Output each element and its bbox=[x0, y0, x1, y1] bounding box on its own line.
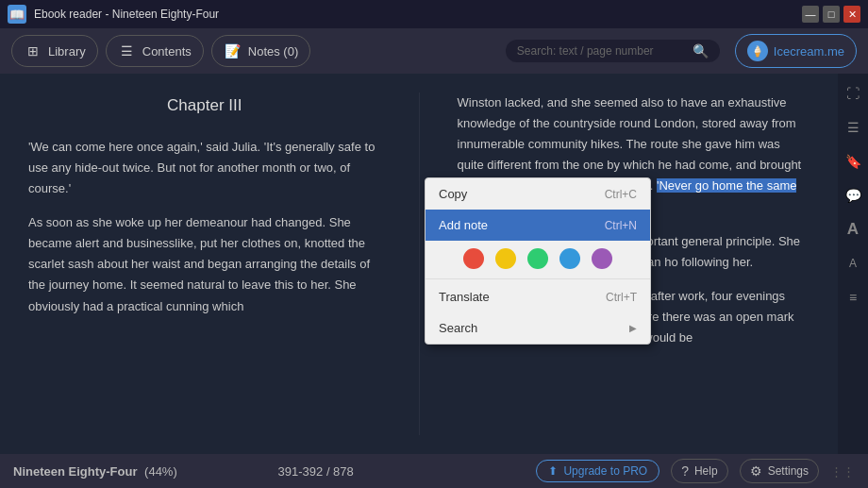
ctx-search-label: Search bbox=[439, 321, 477, 335]
context-menu: Copy Ctrl+C Add note Ctrl+N Translate Ct… bbox=[425, 177, 651, 345]
color-row bbox=[426, 241, 650, 277]
ctx-copy[interactable]: Copy Ctrl+C bbox=[426, 178, 650, 210]
sidebar-icons: ⛶ ☰ 🔖 💬 A A ≡ bbox=[838, 74, 868, 454]
book-percentage: (44%) bbox=[144, 464, 177, 479]
library-label: Library bbox=[48, 44, 86, 59]
search-input[interactable] bbox=[517, 44, 687, 58]
ctx-add-note-label: Add note bbox=[439, 218, 488, 232]
color-yellow[interactable] bbox=[495, 248, 516, 269]
font-big-icon[interactable]: A bbox=[843, 219, 863, 240]
ctx-add-note-shortcut: Ctrl+N bbox=[605, 219, 637, 232]
page-numbers: 391-392 / 878 bbox=[278, 464, 354, 479]
minimize-button[interactable]: — bbox=[802, 6, 819, 23]
ctx-copy-shortcut: Ctrl+C bbox=[605, 188, 637, 201]
color-green[interactable] bbox=[527, 248, 548, 269]
ctx-search[interactable]: Search ▶ bbox=[426, 312, 650, 344]
ctx-add-note[interactable]: Add note Ctrl+N bbox=[426, 210, 650, 241]
window-title: Ebook reader - Nineteen Eighty-Four bbox=[34, 8, 219, 21]
window-controls: — □ ✕ bbox=[802, 6, 860, 23]
resize-handle: ⋮⋮ bbox=[830, 464, 855, 479]
settings-label: Settings bbox=[768, 464, 809, 478]
page-divider bbox=[419, 93, 420, 435]
notes-icon: 📝 bbox=[224, 42, 242, 60]
book-title-text: Nineteen Eighty-Four bbox=[13, 464, 137, 479]
close-button[interactable]: ✕ bbox=[843, 6, 860, 23]
notes-button[interactable]: 📝 Notes (0) bbox=[211, 35, 310, 67]
color-red[interactable] bbox=[463, 248, 484, 269]
ctx-translate[interactable]: Translate Ctrl+T bbox=[426, 281, 650, 312]
upgrade-label: Upgrade to PRO bbox=[563, 464, 647, 478]
comment-icon[interactable]: 💬 bbox=[843, 185, 863, 206]
ctx-translate-label: Translate bbox=[439, 290, 490, 304]
icecream-button[interactable]: 🍦 Icecream.me bbox=[735, 34, 857, 68]
upgrade-button[interactable]: ⬆ Upgrade to PRO bbox=[536, 460, 659, 482]
help-button[interactable]: ? Help bbox=[671, 459, 727, 483]
contents-button[interactable]: ☰ Contents bbox=[106, 35, 204, 67]
help-label: Help bbox=[694, 464, 718, 478]
book-title: Nineteen Eighty-Four (44%) bbox=[13, 464, 177, 479]
upgrade-icon: ⬆ bbox=[548, 464, 558, 478]
help-icon: ? bbox=[681, 463, 689, 479]
icecream-label: Icecream.me bbox=[774, 44, 844, 59]
app-icon: 📖 bbox=[8, 5, 26, 24]
library-icon: ⊞ bbox=[24, 42, 42, 60]
bookmark-icon[interactable]: 🔖 bbox=[843, 151, 863, 172]
status-bar: Nineteen Eighty-Four (44%) 391-392 / 878… bbox=[0, 454, 868, 488]
chapter-title: Chapter III bbox=[28, 93, 381, 120]
font-small-icon[interactable]: A bbox=[843, 253, 863, 274]
ctx-copy-label: Copy bbox=[439, 187, 467, 201]
notes-label: Notes (0) bbox=[248, 44, 298, 59]
fullscreen-icon[interactable]: ⛶ bbox=[843, 83, 863, 104]
more-icon[interactable]: ≡ bbox=[843, 287, 863, 308]
ctx-search-arrow: ▶ bbox=[629, 323, 637, 333]
settings-icon: ⚙ bbox=[750, 463, 762, 479]
search-bar: 🔍 bbox=[506, 40, 720, 62]
contents-label: Contents bbox=[142, 44, 192, 59]
ctx-translate-shortcut: Ctrl+T bbox=[606, 291, 637, 304]
main-area: Chapter III 'We can come here once again… bbox=[0, 74, 868, 454]
icecream-logo: 🍦 bbox=[747, 41, 768, 61]
maximize-button[interactable]: □ bbox=[823, 6, 840, 23]
left-paragraph-1: 'We can come here once again,' said Juli… bbox=[28, 137, 381, 199]
settings-button[interactable]: ⚙ Settings bbox=[740, 459, 819, 483]
left-page: Chapter III 'We can come here once again… bbox=[28, 93, 381, 435]
left-paragraph-2: As soon as she woke up her demeanour had… bbox=[28, 212, 381, 316]
library-button[interactable]: ⊞ Library bbox=[11, 35, 98, 67]
toolbar: ⊞ Library ☰ Contents 📝 Notes (0) 🔍 🍦 Ice… bbox=[0, 28, 868, 74]
title-bar: 📖 Ebook reader - Nineteen Eighty-Four — … bbox=[0, 0, 868, 28]
search-icon: 🔍 bbox=[693, 43, 709, 59]
color-blue[interactable] bbox=[559, 248, 580, 269]
book-content: Chapter III 'We can come here once again… bbox=[0, 74, 838, 454]
ctx-separator-1 bbox=[426, 278, 650, 279]
contents-icon: ☰ bbox=[118, 42, 137, 60]
list-icon[interactable]: ☰ bbox=[843, 117, 863, 138]
color-purple[interactable] bbox=[592, 248, 612, 269]
status-right: ⬆ Upgrade to PRO ? Help ⚙ Settings ⋮⋮ bbox=[536, 459, 855, 483]
